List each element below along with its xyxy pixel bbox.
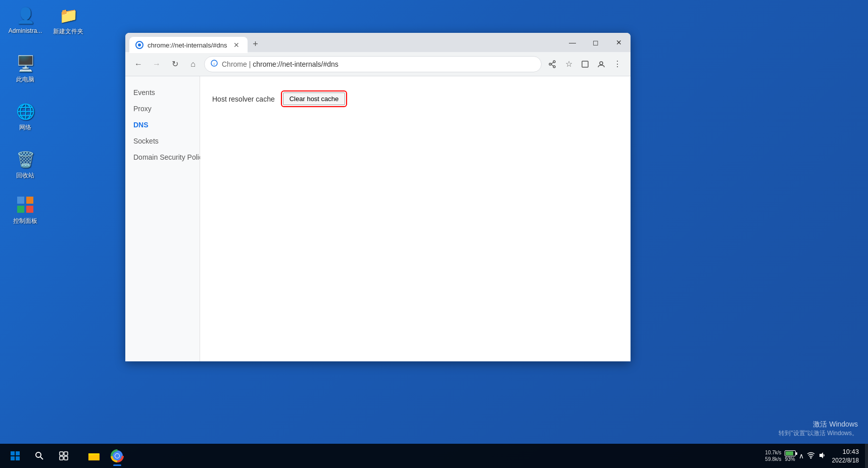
profile-button[interactable] — [594, 57, 608, 71]
tab-title: chrome://net-internals/#dns — [148, 41, 227, 49]
dns-section: Host resolver cache Clear host cache — [212, 92, 618, 105]
network-icon: 🌐 — [15, 101, 35, 121]
bookmark-button[interactable]: ☆ — [562, 57, 576, 71]
close-button[interactable]: ✕ — [607, 34, 631, 51]
reload-button[interactable]: ↻ — [168, 57, 182, 71]
network-speed: 10.7k/s 59.8k/s — [765, 449, 781, 462]
share-button[interactable] — [546, 57, 560, 71]
network-label: 网络 — [19, 123, 31, 132]
svg-rect-15 — [11, 456, 15, 460]
taskbar-apps — [79, 445, 132, 467]
volume-icon-tray[interactable] — [818, 451, 826, 461]
lock-icon: i — [211, 60, 218, 68]
taskbar: 10.7k/s 59.8k/s 93% ∧ 10:43 2022/8/18 — [0, 444, 868, 468]
svg-rect-22 — [64, 456, 68, 460]
sidebar: Events Proxy DNS Sockets Domain Security… — [125, 76, 200, 361]
new-folder-label: 新建文件夹 — [53, 27, 83, 36]
desktop-icon-recycle-bin[interactable]: 🗑️ 回收站 — [5, 149, 45, 180]
svg-marker-33 — [819, 452, 823, 458]
svg-rect-24 — [88, 455, 100, 460]
tab-favicon — [135, 41, 143, 49]
maximize-button[interactable]: ◻ — [584, 34, 607, 51]
show-desktop-button[interactable] — [865, 444, 868, 468]
control-panel-icon — [15, 195, 35, 215]
svg-point-9 — [553, 61, 555, 63]
control-panel-label: 控制面板 — [13, 217, 37, 225]
tab-bar: chrome://net-internals/#dns ✕ + — ◻ ✕ — [125, 33, 631, 52]
address-bar-right: ☆ ⋮ — [546, 57, 624, 71]
sidebar-item-events[interactable]: Events — [125, 84, 200, 101]
taskbar-left — [0, 445, 79, 467]
admin-label: Administra... — [9, 27, 42, 34]
svg-point-8 — [549, 63, 551, 65]
desktop-icon-admin[interactable]: 👤 Administra... — [5, 5, 45, 34]
browser-window: chrome://net-internals/#dns ✕ + — ◻ ✕ ← … — [125, 33, 631, 361]
folder-icon: 📁 — [58, 5, 78, 25]
sidebar-item-domain-security[interactable]: Domain Security Policy — [125, 149, 200, 165]
svg-rect-11 — [582, 61, 588, 67]
svg-point-32 — [810, 457, 811, 458]
time-display: 10:43 — [832, 447, 859, 456]
admin-icon: 👤 — [15, 5, 35, 25]
task-view-button[interactable] — [53, 445, 75, 467]
battery-indicator[interactable]: 93% — [785, 450, 796, 462]
address-bar: ← → ↻ ⌂ i Chrome | chrome://net-internal… — [125, 52, 631, 76]
search-button[interactable] — [28, 445, 51, 467]
menu-button[interactable]: ⋮ — [610, 57, 624, 71]
new-tab-button[interactable]: + — [248, 36, 264, 52]
taskbar-file-explorer[interactable] — [83, 445, 105, 467]
svg-rect-1 — [26, 197, 33, 204]
system-tray: 10.7k/s 59.8k/s 93% ∧ — [765, 449, 826, 462]
desktop-icon-control-panel[interactable]: 控制面板 — [5, 195, 45, 225]
tray-icons[interactable]: ∧ — [799, 452, 804, 460]
forward-button[interactable]: → — [150, 57, 164, 71]
svg-text:i: i — [214, 62, 215, 66]
reader-mode-button[interactable] — [578, 57, 592, 71]
home-button[interactable]: ⌂ — [186, 57, 200, 71]
svg-rect-16 — [16, 456, 20, 460]
host-resolver-label: Host resolver cache — [212, 95, 275, 103]
activate-windows-notice: 激活 Windows 转到"设置"以激活 Windows。 — [779, 420, 858, 438]
taskbar-datetime[interactable]: 10:43 2022/8/18 — [826, 447, 865, 465]
minimize-button[interactable]: — — [561, 34, 584, 51]
svg-point-5 — [138, 43, 141, 46]
svg-point-31 — [115, 454, 119, 458]
svg-rect-21 — [60, 456, 63, 460]
desktop-icon-new-folder[interactable]: 📁 新建文件夹 — [48, 5, 88, 36]
svg-line-18 — [40, 457, 43, 459]
sidebar-item-sockets[interactable]: Sockets — [125, 133, 200, 149]
start-button[interactable] — [4, 445, 26, 467]
network-icon-tray[interactable] — [807, 451, 815, 461]
main-content: Host resolver cache Clear host cache — [200, 76, 631, 361]
clear-host-cache-button[interactable]: Clear host cache — [283, 92, 346, 105]
svg-rect-2 — [17, 206, 24, 213]
browser-tab[interactable]: chrome://net-internals/#dns ✕ — [129, 37, 248, 53]
url-bar[interactable]: i Chrome | chrome://net-internals/#dns — [204, 56, 542, 72]
desktop-icon-network[interactable]: 🌐 网络 — [5, 101, 45, 132]
recycle-bin-label: 回收站 — [16, 171, 34, 180]
svg-rect-14 — [16, 451, 20, 455]
computer-icon: 🖥️ — [15, 53, 35, 73]
svg-rect-20 — [64, 452, 68, 455]
tab-close-button[interactable]: ✕ — [231, 40, 242, 50]
svg-rect-0 — [17, 197, 24, 204]
svg-rect-19 — [60, 452, 63, 455]
date-display: 2022/8/18 — [832, 456, 859, 465]
svg-rect-3 — [26, 206, 33, 213]
taskbar-chrome[interactable] — [106, 445, 128, 467]
recycle-bin-icon: 🗑️ — [15, 149, 35, 169]
window-controls: — ◻ ✕ — [561, 33, 631, 52]
back-button[interactable]: ← — [131, 57, 146, 71]
sidebar-item-dns[interactable]: DNS — [125, 117, 200, 133]
svg-rect-13 — [11, 451, 15, 455]
desktop-icon-my-computer[interactable]: 🖥️ 此电脑 — [5, 53, 45, 84]
svg-rect-25 — [88, 453, 93, 455]
my-computer-label: 此电脑 — [16, 75, 34, 84]
svg-point-17 — [36, 452, 41, 457]
svg-point-10 — [553, 66, 555, 68]
svg-point-12 — [600, 62, 603, 65]
desktop: 👤 Administra... 📁 新建文件夹 🖥️ 此电脑 🌐 网络 🗑️ 回… — [0, 0, 868, 468]
url-text: Chrome | chrome://net-internals/#dns — [222, 60, 339, 68]
content-area: Events Proxy DNS Sockets Domain Security… — [125, 76, 631, 361]
sidebar-item-proxy[interactable]: Proxy — [125, 101, 200, 117]
